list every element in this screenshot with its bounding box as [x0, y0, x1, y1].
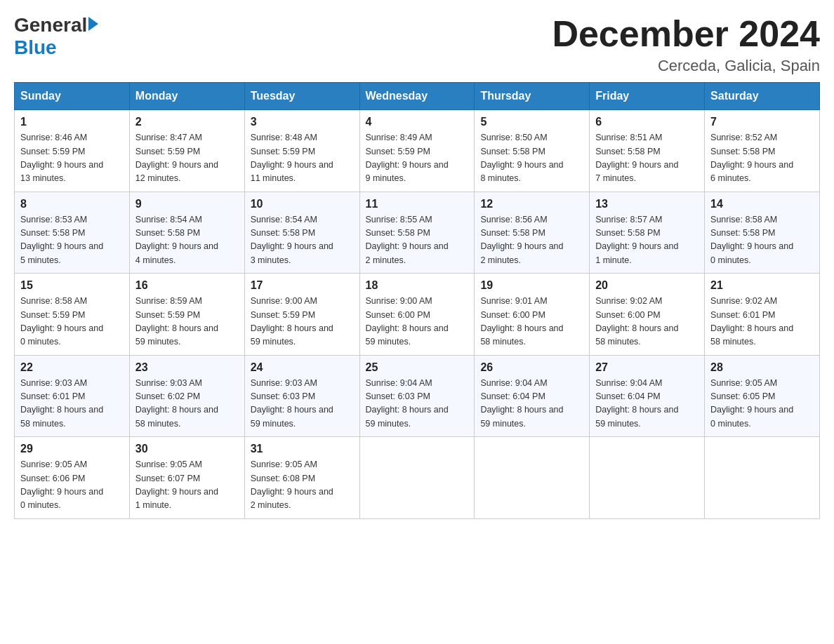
location-subtitle: Cerceda, Galicia, Spain [552, 57, 820, 75]
calendar-cell: 10Sunrise: 8:54 AMSunset: 5:58 PMDayligh… [244, 192, 359, 274]
calendar-week-row: 22Sunrise: 9:03 AMSunset: 6:01 PMDayligh… [15, 355, 820, 437]
weekday-header-friday: Friday [590, 83, 705, 110]
day-info: Sunrise: 9:04 AMSunset: 6:04 PMDaylight:… [595, 377, 699, 431]
calendar-cell [705, 437, 820, 519]
logo: General Blue [14, 14, 98, 59]
weekday-header-wednesday: Wednesday [359, 83, 475, 110]
day-info: Sunrise: 8:55 AMSunset: 5:58 PMDaylight:… [366, 213, 469, 268]
day-number: 30 [135, 443, 239, 455]
day-info: Sunrise: 9:03 AMSunset: 6:03 PMDaylight:… [251, 377, 354, 431]
day-info: Sunrise: 8:51 AMSunset: 5:58 PMDaylight:… [595, 131, 699, 186]
day-info: Sunrise: 8:58 AMSunset: 5:59 PMDaylight:… [20, 295, 124, 349]
day-number: 29 [20, 443, 124, 455]
day-number: 15 [20, 279, 124, 292]
day-number: 19 [480, 279, 583, 292]
weekday-header-saturday: Saturday [705, 83, 820, 110]
day-number: 21 [710, 279, 814, 292]
day-info: Sunrise: 8:48 AMSunset: 5:59 PMDaylight:… [251, 131, 354, 186]
day-info: Sunrise: 8:58 AMSunset: 5:58 PMDaylight:… [710, 213, 814, 268]
day-number: 17 [251, 279, 354, 292]
weekday-header-tuesday: Tuesday [244, 83, 359, 110]
logo-general-text: General [14, 14, 87, 36]
day-number: 13 [595, 198, 699, 210]
calendar-cell: 6Sunrise: 8:51 AMSunset: 5:58 PMDaylight… [590, 110, 705, 192]
day-number: 12 [480, 198, 583, 210]
day-number: 8 [20, 198, 124, 210]
day-info: Sunrise: 9:05 AMSunset: 6:06 PMDaylight:… [20, 458, 124, 513]
calendar-table: SundayMondayTuesdayWednesdayThursdayFrid… [14, 82, 820, 519]
day-info: Sunrise: 9:05 AMSunset: 6:05 PMDaylight:… [710, 377, 814, 431]
day-info: Sunrise: 9:05 AMSunset: 6:07 PMDaylight:… [135, 458, 239, 513]
calendar-cell: 17Sunrise: 9:00 AMSunset: 5:59 PMDayligh… [244, 274, 359, 356]
calendar-cell: 1Sunrise: 8:46 AMSunset: 5:59 PMDaylight… [15, 110, 130, 192]
day-number: 26 [480, 361, 583, 374]
page-header: General Blue December 2024 Cerceda, Gali… [14, 14, 820, 75]
day-number: 6 [595, 116, 699, 128]
calendar-cell: 27Sunrise: 9:04 AMSunset: 6:04 PMDayligh… [590, 355, 705, 437]
day-info: Sunrise: 8:54 AMSunset: 5:58 PMDaylight:… [251, 213, 354, 268]
day-info: Sunrise: 8:49 AMSunset: 5:59 PMDaylight:… [366, 131, 469, 186]
day-number: 14 [710, 198, 814, 210]
calendar-cell: 9Sunrise: 8:54 AMSunset: 5:58 PMDaylight… [129, 192, 244, 274]
day-number: 18 [366, 279, 469, 292]
calendar-cell: 11Sunrise: 8:55 AMSunset: 5:58 PMDayligh… [359, 192, 475, 274]
calendar-week-row: 29Sunrise: 9:05 AMSunset: 6:06 PMDayligh… [15, 437, 820, 519]
calendar-cell: 19Sunrise: 9:01 AMSunset: 6:00 PMDayligh… [475, 274, 590, 356]
day-number: 28 [710, 361, 814, 374]
weekday-header-sunday: Sunday [15, 83, 130, 110]
day-number: 24 [251, 361, 354, 374]
month-year-title: December 2024 [552, 14, 820, 54]
day-number: 25 [366, 361, 469, 374]
day-info: Sunrise: 8:54 AMSunset: 5:58 PMDaylight:… [135, 213, 239, 268]
day-info: Sunrise: 8:50 AMSunset: 5:58 PMDaylight:… [480, 131, 583, 186]
day-number: 4 [366, 116, 469, 128]
day-number: 16 [135, 279, 239, 292]
day-number: 9 [135, 198, 239, 210]
day-number: 7 [710, 116, 814, 128]
day-info: Sunrise: 8:52 AMSunset: 5:58 PMDaylight:… [710, 131, 814, 186]
day-info: Sunrise: 9:02 AMSunset: 6:00 PMDaylight:… [595, 295, 699, 349]
calendar-cell [475, 437, 590, 519]
day-info: Sunrise: 9:02 AMSunset: 6:01 PMDaylight:… [710, 295, 814, 349]
calendar-cell [359, 437, 475, 519]
calendar-cell: 25Sunrise: 9:04 AMSunset: 6:03 PMDayligh… [359, 355, 475, 437]
calendar-cell: 26Sunrise: 9:04 AMSunset: 6:04 PMDayligh… [475, 355, 590, 437]
day-info: Sunrise: 9:04 AMSunset: 6:03 PMDaylight:… [366, 377, 469, 431]
calendar-cell: 5Sunrise: 8:50 AMSunset: 5:58 PMDaylight… [475, 110, 590, 192]
calendar-cell: 8Sunrise: 8:53 AMSunset: 5:58 PMDaylight… [15, 192, 130, 274]
calendar-cell: 16Sunrise: 8:59 AMSunset: 5:59 PMDayligh… [129, 274, 244, 356]
day-info: Sunrise: 8:47 AMSunset: 5:59 PMDaylight:… [135, 131, 239, 186]
day-number: 3 [251, 116, 354, 128]
day-number: 23 [135, 361, 239, 374]
calendar-cell: 12Sunrise: 8:56 AMSunset: 5:58 PMDayligh… [475, 192, 590, 274]
calendar-cell: 22Sunrise: 9:03 AMSunset: 6:01 PMDayligh… [15, 355, 130, 437]
day-info: Sunrise: 9:05 AMSunset: 6:08 PMDaylight:… [251, 458, 354, 513]
calendar-cell: 29Sunrise: 9:05 AMSunset: 6:06 PMDayligh… [15, 437, 130, 519]
day-info: Sunrise: 8:56 AMSunset: 5:58 PMDaylight:… [480, 213, 583, 268]
day-info: Sunrise: 9:00 AMSunset: 5:59 PMDaylight:… [251, 295, 354, 349]
calendar-cell: 15Sunrise: 8:58 AMSunset: 5:59 PMDayligh… [15, 274, 130, 356]
calendar-cell: 2Sunrise: 8:47 AMSunset: 5:59 PMDaylight… [129, 110, 244, 192]
calendar-cell: 24Sunrise: 9:03 AMSunset: 6:03 PMDayligh… [244, 355, 359, 437]
title-section: December 2024 Cerceda, Galicia, Spain [552, 14, 820, 75]
calendar-cell: 23Sunrise: 9:03 AMSunset: 6:02 PMDayligh… [129, 355, 244, 437]
day-info: Sunrise: 9:03 AMSunset: 6:01 PMDaylight:… [20, 377, 124, 431]
day-number: 5 [480, 116, 583, 128]
day-number: 22 [20, 361, 124, 374]
day-info: Sunrise: 9:03 AMSunset: 6:02 PMDaylight:… [135, 377, 239, 431]
logo-blue-text: Blue [14, 36, 57, 59]
calendar-cell: 14Sunrise: 8:58 AMSunset: 5:58 PMDayligh… [705, 192, 820, 274]
day-info: Sunrise: 9:04 AMSunset: 6:04 PMDaylight:… [480, 377, 583, 431]
calendar-cell: 20Sunrise: 9:02 AMSunset: 6:00 PMDayligh… [590, 274, 705, 356]
calendar-week-row: 15Sunrise: 8:58 AMSunset: 5:59 PMDayligh… [15, 274, 820, 356]
day-number: 10 [251, 198, 354, 210]
day-info: Sunrise: 8:59 AMSunset: 5:59 PMDaylight:… [135, 295, 239, 349]
calendar-cell: 3Sunrise: 8:48 AMSunset: 5:59 PMDaylight… [244, 110, 359, 192]
day-number: 1 [20, 116, 124, 128]
logo-blue-part [87, 20, 98, 31]
calendar-cell: 28Sunrise: 9:05 AMSunset: 6:05 PMDayligh… [705, 355, 820, 437]
weekday-header-monday: Monday [129, 83, 244, 110]
day-number: 20 [595, 279, 699, 292]
calendar-cell: 4Sunrise: 8:49 AMSunset: 5:59 PMDaylight… [359, 110, 475, 192]
calendar-week-row: 1Sunrise: 8:46 AMSunset: 5:59 PMDaylight… [15, 110, 820, 192]
